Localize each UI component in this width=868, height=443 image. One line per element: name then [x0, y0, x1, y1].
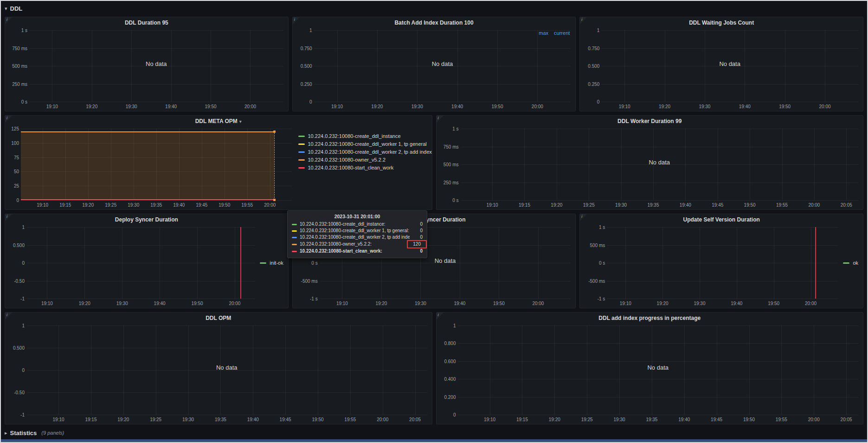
gridline-h — [26, 245, 255, 246]
plot-area[interactable]: No datamaxcurrent — [314, 30, 571, 102]
info-icon: i — [438, 313, 439, 317]
panel-info-icon[interactable]: i — [437, 116, 444, 123]
x-tick-label: 20:05 — [841, 202, 852, 208]
panel-header[interactable]: DDL Duration 95 — [5, 17, 288, 28]
panel-title[interactable]: DDL Worker Duration 99 — [617, 118, 682, 124]
panel-title[interactable]: Update Self Version Duration — [683, 216, 759, 223]
legend-item-max[interactable]: max — [539, 30, 548, 36]
gridline-h — [26, 281, 255, 281]
x-tick-label: 20:00 — [244, 104, 256, 109]
x-tick-label: 19:15 — [85, 417, 96, 422]
panel-deploy-syncer-duration: iDeploy Syncer Duration10.5000-0.50-119:… — [5, 214, 289, 308]
plot-area[interactable]: No data — [29, 30, 283, 102]
gridline-v — [846, 129, 847, 200]
x-tick-label: 20:00 — [819, 104, 831, 109]
panel-info-icon[interactable]: i — [5, 214, 12, 221]
x-tick-label: 19:40 — [680, 202, 691, 208]
gridline-v — [84, 227, 85, 299]
dashboard: ▾ DDL iDDL Duration 951 s750 ms500 ms250… — [1, 1, 867, 438]
legend-color-dash — [298, 151, 305, 153]
panel-title[interactable]: DDL OPM — [206, 315, 231, 321]
panel-header[interactable]: DDL Worker Duration 99 — [437, 116, 863, 127]
plot-area[interactable]: No data — [458, 326, 859, 415]
no-data-text: No data — [719, 60, 740, 67]
plot-area[interactable]: No data — [461, 129, 859, 200]
plot-area[interactable] — [607, 227, 838, 299]
panel-info-icon[interactable]: i — [437, 313, 444, 319]
panel-header[interactable]: DDL add index progress in percentage — [437, 313, 863, 324]
annotation-line — [815, 227, 816, 299]
plot-area[interactable]: No data — [601, 30, 858, 102]
panel-title[interactable]: DDL META OPM — [195, 118, 238, 124]
x-tick-label: 19:55 — [776, 417, 787, 422]
plot-area[interactable] — [26, 227, 255, 299]
x-tick-label: 19:20 — [549, 417, 560, 422]
tooltip-color-dash — [292, 230, 297, 232]
plot-area[interactable] — [21, 129, 292, 200]
gridline-h — [314, 30, 571, 31]
legend-item-10-224-0-232-10080-start-clean-work[interactable]: 10.224.0.232:10080-start_clean_work — [298, 165, 427, 170]
panel-header[interactable]: DDL Waiting Jobs Count — [580, 17, 863, 28]
chevron-down-icon[interactable]: ▾ — [239, 119, 242, 124]
legend-item-10-224-0-232-10080-owner-v5-2-2[interactable]: 10.224.0.232:10080-owner_v5.2.2 — [298, 157, 427, 163]
legend-item-ok[interactable]: ok — [843, 260, 858, 266]
panel-title[interactable]: DDL Waiting Jobs Count — [689, 20, 754, 26]
gridline-v — [92, 30, 92, 102]
gridline-v — [377, 30, 378, 102]
y-tick-label: 0.400 — [444, 377, 456, 382]
legend-item-10-224-0-232-10080-create-ddl-worker-1-tp-general[interactable]: 10.224.0.232:10080-create_ddl_worker 1, … — [298, 141, 427, 147]
panel-body: 1 s750 ms500 ms250 ms0 sNo data19:1019:1… — [437, 127, 863, 209]
row-header-statistics[interactable]: ▸ Statistics (9 panels) — [5, 428, 863, 437]
panel-info-icon[interactable]: i — [5, 17, 12, 24]
panel-info-icon[interactable]: i — [580, 214, 587, 221]
legend: init-ok — [255, 227, 283, 307]
panel-title[interactable]: DDL add index progress in percentage — [598, 315, 701, 321]
panel-info-icon[interactable]: i — [293, 17, 300, 24]
panel-header[interactable]: DDL OPM — [5, 313, 432, 324]
legend: ok — [838, 227, 858, 307]
panel-header[interactable]: DDL META OPM▾ — [5, 116, 432, 127]
x-tick-label: 19:50 — [312, 417, 323, 422]
panel-info-icon[interactable]: i — [5, 116, 12, 123]
gridline-h — [607, 263, 838, 263]
x-tick-label: 19:20 — [82, 202, 94, 208]
panel-info-icon[interactable]: i — [5, 313, 12, 319]
row-header-ddl[interactable]: ▾ DDL — [5, 4, 863, 13]
legend-item-10-224-0-232-10080-create-ddl-instance[interactable]: 10.224.0.232:10080-create_ddl_instance — [298, 133, 427, 139]
panel-header[interactable]: Deploy Syncer Duration — [5, 214, 288, 225]
panel-title[interactable]: DDL Duration 95 — [125, 20, 168, 26]
gridline-v — [522, 326, 522, 415]
panel-title[interactable]: Batch Add Index Duration 100 — [394, 20, 473, 26]
gridline-v — [814, 326, 814, 415]
chevron-down-icon[interactable]: ▾ — [5, 6, 7, 12]
panel-header[interactable]: Update Self Version Duration — [580, 214, 863, 225]
legend-item-10-224-0-232-10080-create-ddl-worker-2-tp-add-index[interactable]: 10.224.0.232:10080-create_ddl_worker 2, … — [298, 149, 427, 155]
gridline-v — [417, 30, 418, 102]
panel-title[interactable]: Deploy Syncer Duration — [115, 216, 178, 223]
gridline-h — [314, 48, 571, 49]
gridline-h — [601, 48, 858, 49]
legend-label: init-ok — [270, 260, 283, 266]
tooltip-value: 0 — [412, 228, 423, 234]
gridline-v — [782, 129, 783, 200]
panel-info-icon[interactable]: i — [580, 17, 587, 24]
x-tick-label: 20:00 — [229, 301, 240, 306]
gridline-v — [814, 129, 815, 200]
legend-item-init-ok[interactable]: init-ok — [260, 260, 283, 266]
plot-area[interactable]: No data — [26, 326, 427, 415]
gridline-v — [156, 326, 156, 415]
gridline-h — [601, 84, 858, 85]
y-tick-label: 0 — [309, 99, 312, 104]
x-tick-label: 19:35 — [647, 202, 659, 208]
x-tick-label: 19:10 — [331, 104, 343, 109]
legend-item-current[interactable]: current — [554, 30, 570, 36]
panel-body: 10.7500.5000.2500No data19:1019:2019:301… — [580, 28, 863, 111]
x-tick-label: 19:20 — [659, 104, 670, 109]
panel-header[interactable]: Batch Add Index Duration 100 — [293, 17, 576, 28]
y-tick-label: 100 — [11, 140, 19, 145]
gridline-v — [811, 227, 811, 299]
panel-ddl-add-index-progress-in-percentage: iDDL add index progress in percentage10.… — [436, 312, 864, 424]
tooltip-color-dash — [292, 237, 297, 238]
chevron-right-icon[interactable]: ▸ — [5, 430, 7, 436]
plot-wrap: 19:1019:2019:3019:4019:5020:00 — [26, 227, 255, 307]
